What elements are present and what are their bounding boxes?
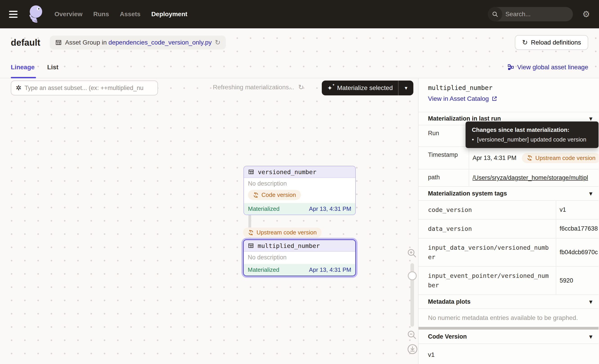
view-tabs: Lineage List View global asset lineage bbox=[0, 57, 599, 78]
asset-node-description: No description bbox=[248, 180, 351, 187]
table-row: data_version f6ccba177638 bbox=[419, 219, 599, 238]
asset-node-versioned-number[interactable]: versioned_number No description ! Code v… bbox=[244, 166, 356, 215]
edge-badge-label: Upstream code version bbox=[256, 229, 317, 236]
zoom-out-icon[interactable] bbox=[406, 329, 417, 340]
view-in-asset-catalog-link[interactable]: View in Asset Catalog bbox=[428, 95, 497, 102]
table-icon bbox=[55, 39, 62, 46]
table-icon bbox=[248, 243, 254, 249]
asset-node-name: versioned_number bbox=[258, 168, 316, 175]
reload-definitions-label: Reload definitions bbox=[531, 39, 581, 46]
view-global-asset-lineage-link[interactable]: View global asset lineage bbox=[507, 64, 588, 71]
asset-group-breadcrumb: Asset Group in dependencies_code_version… bbox=[50, 35, 226, 50]
changes-since-last-materialization-tooltip: Changes since last materialization: • [v… bbox=[466, 121, 599, 148]
materialized-status: Materialized bbox=[248, 205, 280, 212]
row-value: 5920 bbox=[556, 267, 599, 295]
asset-node-footer: Materialized Apr 13, 4:31 PM bbox=[244, 264, 355, 276]
svg-text:!: ! bbox=[529, 156, 530, 159]
zoom-in-icon[interactable] bbox=[406, 248, 417, 259]
refresh-icon[interactable]: ↻ bbox=[215, 39, 220, 46]
collapse-caret-icon[interactable]: ▾ bbox=[589, 333, 592, 340]
code-version-changed-icon: ! bbox=[253, 192, 259, 198]
code-version-badge: ! Code version bbox=[248, 190, 301, 200]
hamburger-menu-icon[interactable] bbox=[9, 11, 19, 18]
svg-text:!: ! bbox=[250, 231, 251, 234]
top-nav-links: Overview Runs Assets Deployment bbox=[54, 11, 187, 18]
search-input[interactable] bbox=[502, 11, 573, 18]
page-title: default bbox=[11, 38, 40, 48]
row-key: input_data_version/versioned_number bbox=[419, 238, 556, 266]
storage-path-link[interactable]: /Users/sryza/dagster_home/storage/multip… bbox=[473, 174, 588, 181]
row-key: Timestamp bbox=[419, 147, 469, 169]
bullet: • bbox=[472, 136, 474, 143]
tab-list[interactable]: List bbox=[47, 64, 59, 71]
search-icon bbox=[488, 7, 502, 21]
materialize-dropdown-caret[interactable]: ▾ bbox=[398, 85, 413, 91]
lineage-graph-icon bbox=[507, 64, 514, 71]
materialize-selected-button[interactable]: ✦✦ Materialize selected ▾ bbox=[322, 80, 413, 95]
nav-assets[interactable]: Assets bbox=[120, 11, 141, 18]
refresh-status: Refreshing materializations... ↻ bbox=[213, 84, 304, 91]
zoom-slider-handle[interactable] bbox=[408, 271, 417, 280]
row-value: f6ccba177638 bbox=[556, 220, 599, 238]
row-key: data_version bbox=[419, 220, 556, 238]
section-header-label: Materialization system tags bbox=[428, 190, 507, 197]
external-link-icon bbox=[492, 96, 497, 102]
asset-subset-filter[interactable]: ✲ bbox=[11, 80, 158, 95]
refresh-spinner-icon[interactable]: ↻ bbox=[298, 84, 304, 91]
reload-definitions-button[interactable]: ↻ Reload definitions bbox=[515, 35, 588, 50]
table-row: path /Users/sryza/dagster_home/storage/m… bbox=[419, 169, 599, 186]
tooltip-item: • [versioned_number] updated code versio… bbox=[472, 136, 592, 143]
section-metadata-plots[interactable]: Metadata plots ▾ bbox=[419, 295, 599, 308]
metadata-plots-empty-note: No numeric metadata entries available to… bbox=[419, 308, 599, 327]
row-value: Apr 13, 4:31 PM ! Upstream code version bbox=[469, 147, 599, 169]
asset-node-multiplied-number[interactable]: multiplied_number No description Materia… bbox=[243, 239, 356, 276]
code-version-value: v1 bbox=[419, 344, 599, 364]
global-search[interactable]: / bbox=[488, 7, 573, 21]
dagster-app: Overview Runs Assets Deployment / ⚙ defa… bbox=[0, 0, 599, 364]
asset-details-sidebar: multiplied_number View in Asset Catalog … bbox=[419, 78, 599, 364]
settings-gear-icon[interactable]: ⚙ bbox=[582, 10, 590, 18]
collapse-caret-icon[interactable]: ▾ bbox=[589, 190, 592, 197]
fit-view-download-icon[interactable] bbox=[407, 344, 418, 355]
asset-node-header: versioned_number bbox=[244, 166, 355, 178]
asset-selection-icon: ✲ bbox=[16, 85, 21, 91]
nav-deployment[interactable]: Deployment bbox=[151, 11, 187, 18]
section-header-label: Code Version bbox=[428, 333, 467, 340]
section-materialization-system-tags[interactable]: Materialization system tags ▾ bbox=[419, 186, 599, 200]
badge-label: Upstream code version bbox=[535, 155, 595, 162]
system-tags-table: code_version v1 data_version f6ccba17763… bbox=[419, 200, 599, 295]
asset-group-file-link[interactable]: dependencies_code_version_only.py bbox=[108, 39, 212, 46]
page-header: default Asset Group in dependencies_code… bbox=[0, 28, 599, 57]
table-row: input_data_version/versioned_number fb04… bbox=[419, 238, 599, 266]
materialized-timestamp[interactable]: Apr 13, 4:31 PM bbox=[309, 205, 351, 212]
sparkle-icon: ✦✦ bbox=[327, 84, 334, 92]
row-key: code_version bbox=[419, 201, 556, 219]
dagster-logo bbox=[26, 4, 44, 25]
asset-node-header: multiplied_number bbox=[244, 240, 355, 252]
sidebar-asset-name: multiplied_number bbox=[428, 84, 589, 92]
row-key: Run bbox=[419, 125, 469, 147]
refresh-status-label: Refreshing materializations... bbox=[213, 84, 294, 91]
asset-lineage-graph[interactable]: ✲ Refreshing materializations... ↻ ✦✦ Ma… bbox=[0, 78, 419, 364]
asset-group-label: Asset Group in dependencies_code_version… bbox=[65, 39, 212, 46]
collapse-caret-icon[interactable]: ▾ bbox=[589, 298, 592, 305]
section-header-label: Materialization in last run bbox=[428, 115, 501, 122]
top-navigation-bar: Overview Runs Assets Deployment / ⚙ bbox=[0, 0, 599, 28]
row-key: input_event_pointer/versioned_number bbox=[419, 267, 556, 295]
row-key: path bbox=[419, 169, 469, 186]
catalog-link-label: View in Asset Catalog bbox=[428, 95, 489, 102]
sidebar-section-divider[interactable] bbox=[419, 327, 599, 329]
timestamp-value[interactable]: Apr 13, 4:31 PM bbox=[473, 155, 516, 162]
nav-runs[interactable]: Runs bbox=[93, 11, 109, 18]
nav-overview[interactable]: Overview bbox=[54, 11, 83, 18]
reload-icon: ↻ bbox=[522, 39, 528, 46]
collapse-caret-icon[interactable]: ▾ bbox=[589, 115, 592, 122]
materialized-status: Materialized bbox=[248, 266, 279, 273]
materialized-timestamp[interactable]: Apr 13, 4:31 PM bbox=[309, 266, 351, 273]
section-code-version[interactable]: Code Version ▾ bbox=[419, 329, 599, 344]
svg-text:!: ! bbox=[255, 193, 256, 197]
asset-node-footer: Materialized Apr 13, 4:31 PM bbox=[244, 203, 355, 215]
table-row: input_event_pointer/versioned_number 592… bbox=[419, 266, 599, 295]
asset-subset-input[interactable] bbox=[25, 85, 153, 92]
tab-lineage[interactable]: Lineage bbox=[11, 64, 35, 71]
